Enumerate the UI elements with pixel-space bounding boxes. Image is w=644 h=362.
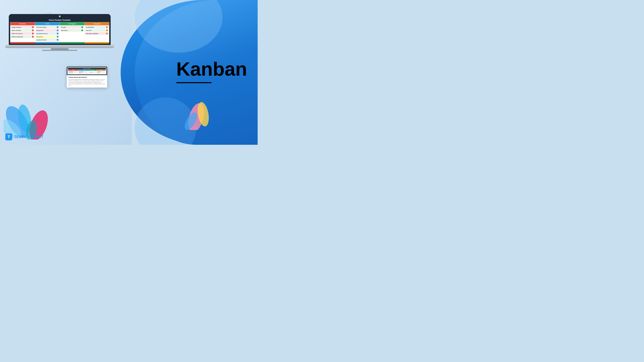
card-toy-org: Toy organization [85, 26, 108, 28]
card-text: Laundry bed sheets [36, 39, 46, 40]
doc-text-section: Kanban Board Spreadsheet By quickly down… [67, 75, 107, 87]
card-icon [81, 26, 83, 28]
mini-card: Call lumber supplies [79, 71, 89, 72]
card-icon [106, 26, 108, 28]
card-icon [32, 26, 34, 28]
card-icon [106, 29, 108, 31]
main-title: Kanban [176, 59, 247, 79]
card-icon [32, 29, 34, 31]
card-text: Buy groceries [36, 30, 44, 31]
bar-yellow [84, 42, 109, 43]
card-tidy-up: Tidy up room [36, 35, 59, 38]
card-text: Car wash [61, 27, 66, 28]
card-icon [57, 26, 58, 28]
card-garage-renovation: Garage renovation [11, 26, 34, 28]
mini-td-1: Garage renovation Kitchen renovation [68, 71, 78, 74]
col-completed: Toy organization Cook lunch Video games … [84, 25, 109, 42]
card-icon [32, 33, 34, 34]
mini-th-todo: To Do [78, 70, 90, 71]
doc-section-title: Kanban Board Spreadsheet [68, 76, 105, 78]
laptop-stand [51, 48, 68, 50]
laptop-screen-inner: Home Kanban Template Not Done To Do In P… [10, 18, 109, 43]
card-text: Bathroom organization [12, 36, 23, 37]
card-text: Wash dishes [61, 30, 68, 31]
card-icon [57, 36, 58, 37]
mini-th-notdone: Not Done [68, 70, 78, 71]
bar-red [10, 42, 35, 43]
laptop-base [5, 45, 114, 48]
card-sketch-room: Sketch room clean-up [11, 32, 34, 35]
mini-td-3: Car wash [90, 71, 96, 74]
card-call-lumber: Call lumber supplies [36, 26, 59, 28]
col-not-done-header: Not Done [10, 22, 35, 25]
doc-mini-table: Not Done To Do In Progress Completed Gar… [68, 69, 106, 74]
mini-card: Car wash [90, 72, 96, 73]
mini-card: Garage renovation [68, 71, 78, 72]
logo-text: TEMPLATE.NET [14, 135, 44, 139]
doc-mini-title: Home Kanban Template [68, 68, 106, 69]
card-buy-drapes: Buy drapes and linens [36, 32, 59, 35]
card-laundry: Laundry bed sheets [36, 38, 59, 41]
card-wash-dishes: Wash dishes [60, 29, 84, 32]
bar-green [60, 42, 84, 43]
card-bathroom: Bathroom organization [11, 35, 34, 38]
col-in-progress-header: In Progress [60, 22, 84, 25]
card-cook-lunch: Cook lunch [85, 29, 108, 32]
mini-card: Cook lunch [97, 72, 105, 73]
color-bars [10, 42, 109, 43]
card-icon [57, 33, 58, 34]
card-text: Buy drapes and linens [36, 33, 48, 34]
card-text: Tidy up room [36, 36, 43, 37]
card-text: Kitchen renovation [12, 30, 21, 31]
logo-brand: TEMPLATE [14, 135, 34, 139]
doc-preview-header: Home Kanban Template Not Done To Do In P… [67, 67, 107, 75]
card-icon [106, 33, 108, 34]
card-car-wash: Car wash [60, 26, 84, 28]
mini-card: Kitchen renovation [68, 72, 78, 73]
document-preview: Home Kanban Template Not Done To Do In P… [67, 67, 107, 87]
mini-th-completed: Completed [96, 70, 106, 71]
kanban-title-text: Home Kanban Template [49, 19, 71, 21]
card-video-games: Video games Installation [85, 32, 108, 35]
right-leaves [178, 86, 214, 131]
logo-section: T TEMPLATE.NET [5, 133, 44, 140]
mini-card: Buy groceries [79, 72, 89, 73]
col-in-progress: Car wash Wash dishes [60, 25, 84, 42]
col-to-do-header: To Do [35, 22, 60, 25]
logo-suffix: .NET [34, 135, 44, 139]
leaves-decoration [4, 83, 56, 136]
card-text: Sketch room clean-up [12, 33, 23, 34]
col-completed-header: Completed [84, 22, 109, 25]
card-icon [32, 36, 34, 37]
card-text: Call lumber supplies [36, 27, 47, 28]
kanban-board-title: Home Kanban Template [10, 18, 109, 22]
card-text: Garage renovation [12, 27, 21, 28]
laptop-camera [59, 15, 60, 17]
mini-card: Toy organization [97, 71, 105, 72]
card-text: Cook lunch [86, 30, 92, 31]
logo-icon: T [5, 133, 12, 140]
laptop-foot [42, 50, 77, 51]
card-icon [81, 29, 83, 31]
bar-blue [35, 42, 60, 43]
card-buy-groceries: Buy groceries [36, 29, 59, 32]
mini-td-4: Toy organization Cook lunch [96, 71, 106, 74]
card-text: Video games Installation [86, 33, 98, 34]
doc-section-body: By quickly downloading this Kanban Board… [68, 79, 105, 86]
title-underline [176, 82, 212, 83]
title-section: Kanban [176, 59, 247, 83]
card-icon [57, 29, 58, 31]
laptop: Home Kanban Template Not Done To Do In P… [5, 14, 114, 51]
kanban-table: Not Done To Do In Progress Completed Gar… [10, 22, 109, 42]
mini-td-2: Call lumber supplies Buy groceries [78, 71, 90, 74]
card-icon [57, 39, 58, 41]
logo-icon-letter: T [8, 135, 10, 139]
col-not-done: Garage renovation Kitchen renovation Ske… [10, 25, 35, 42]
card-text: Toy organization [86, 27, 94, 28]
laptop-screen: Home Kanban Template Not Done To Do In P… [9, 14, 111, 45]
card-kitchen-renovation: Kitchen renovation [11, 29, 34, 32]
doc-preview-inner: Home Kanban Template Not Done To Do In P… [68, 67, 106, 74]
mini-th-inprogress: In Progress [90, 70, 96, 71]
col-to-do: Call lumber supplies Buy groceries Buy d… [35, 25, 60, 42]
